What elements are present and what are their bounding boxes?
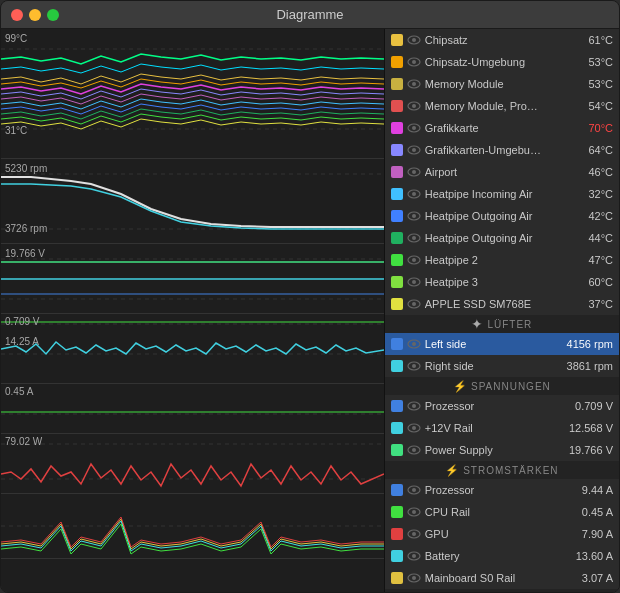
sensor-value-label: 19.766 V xyxy=(569,444,613,456)
visibility-toggle-icon[interactable] xyxy=(407,529,421,539)
visibility-toggle-icon[interactable] xyxy=(407,339,421,349)
sensor-row[interactable]: Power Supply19.766 V xyxy=(385,439,619,461)
sensor-name-label: Heatpipe Outgoing Air xyxy=(425,232,585,244)
visibility-toggle-icon[interactable] xyxy=(407,233,421,243)
visibility-toggle-icon[interactable] xyxy=(407,299,421,309)
visibility-toggle-icon[interactable] xyxy=(407,57,421,67)
sensor-row[interactable]: Left side4156 rpm xyxy=(385,333,619,355)
sensor-value-label: 44°C xyxy=(588,232,613,244)
visibility-toggle-icon[interactable] xyxy=(407,277,421,287)
sensor-color-indicator xyxy=(391,550,403,562)
close-button[interactable] xyxy=(11,9,23,21)
temp-label-top: 99°C xyxy=(5,33,27,44)
sensor-value-label: 9.44 A xyxy=(582,484,613,496)
visibility-toggle-icon[interactable] xyxy=(407,361,421,371)
sensor-row[interactable]: Heatpipe Incoming Air32°C xyxy=(385,183,619,205)
sensor-value-label: 60°C xyxy=(588,276,613,288)
voltage-chart-svg xyxy=(1,244,384,314)
sensor-name-label: Prozessor xyxy=(425,484,578,496)
temp-label-mid: 31°C xyxy=(5,125,27,136)
sensor-row[interactable]: APPLE SSD SM768E37°C xyxy=(385,293,619,315)
sensor-row[interactable]: Heatpipe 360°C xyxy=(385,271,619,293)
sensor-value-label: 53°C xyxy=(588,56,613,68)
visibility-toggle-icon[interactable] xyxy=(407,255,421,265)
current-label1: 0.709 V xyxy=(5,316,39,327)
svg-point-39 xyxy=(412,342,416,346)
sensor-color-indicator xyxy=(391,528,403,540)
visibility-toggle-icon[interactable] xyxy=(407,145,421,155)
sensor-row[interactable]: GPU7.90 A xyxy=(385,523,619,545)
visibility-toggle-icon[interactable] xyxy=(407,79,421,89)
visibility-toggle-icon[interactable] xyxy=(407,507,421,517)
sensor-row[interactable]: CPU Rail0.45 A xyxy=(385,501,619,523)
sensor-row[interactable]: Heatpipe Outgoing Air44°C xyxy=(385,227,619,249)
svg-point-43 xyxy=(412,404,416,408)
sensor-value-label: 37°C xyxy=(588,298,613,310)
svg-point-19 xyxy=(412,104,416,108)
sensor-row[interactable]: Chipsatz61°C xyxy=(385,29,619,51)
sensor-row[interactable]: Memory Module53°C xyxy=(385,73,619,95)
fans-header-row: ✦ LÜFTER xyxy=(385,315,619,333)
sensor-color-indicator xyxy=(391,254,403,266)
sensor-name-label: Memory Module xyxy=(425,78,585,90)
minimize-button[interactable] xyxy=(29,9,41,21)
visibility-toggle-icon[interactable] xyxy=(407,401,421,411)
visibility-toggle-icon[interactable] xyxy=(407,551,421,561)
current2-chart-section: 0.45 A xyxy=(1,384,384,434)
visibility-toggle-icon[interactable] xyxy=(407,189,421,199)
visibility-toggle-icon[interactable] xyxy=(407,573,421,583)
voltage-chart-section: 19.766 V xyxy=(1,244,384,314)
visibility-toggle-icon[interactable] xyxy=(407,423,421,433)
sensor-row[interactable]: +12V Rail12.568 V xyxy=(385,417,619,439)
misc-chart-svg xyxy=(1,494,384,559)
sensor-name-label: Heatpipe Incoming Air xyxy=(425,188,585,200)
currents-section-icon: ⚡ xyxy=(445,463,459,477)
sensor-row[interactable]: Prozessor0.709 V xyxy=(385,395,619,417)
sensor-color-indicator xyxy=(391,188,403,200)
sensor-value-label: 42°C xyxy=(588,210,613,222)
sensor-row[interactable]: Mainboard S0 Rail3.07 A xyxy=(385,567,619,589)
charts-panel: 99°C 31°C xyxy=(1,29,385,593)
sensor-name-label: Battery xyxy=(425,550,572,562)
visibility-toggle-icon[interactable] xyxy=(407,167,421,177)
svg-point-35 xyxy=(412,280,416,284)
sensor-color-indicator xyxy=(391,444,403,456)
sensor-row[interactable]: Heatpipe Outgoing Air42°C xyxy=(385,205,619,227)
visibility-toggle-icon[interactable] xyxy=(407,123,421,133)
sensor-row[interactable]: Prozessor9.44 A xyxy=(385,479,619,501)
sensor-value-label: 13.60 A xyxy=(576,550,613,562)
sensor-row[interactable]: Grafikkarte70°C xyxy=(385,117,619,139)
svg-point-21 xyxy=(412,126,416,130)
sensor-row[interactable]: Right side3861 rpm xyxy=(385,355,619,377)
sensor-name-label: Left side xyxy=(425,338,563,350)
fan-chart-svg xyxy=(1,159,384,244)
sensor-color-indicator xyxy=(391,56,403,68)
visibility-toggle-icon[interactable] xyxy=(407,35,421,45)
sensor-color-indicator xyxy=(391,210,403,222)
ampere-chart-svg xyxy=(1,314,384,384)
misc-chart-section xyxy=(1,494,384,559)
sensor-row[interactable]: Grafikkarten-Umgebu…64°C xyxy=(385,139,619,161)
sensor-row[interactable]: Chipsatz-Umgebung53°C xyxy=(385,51,619,73)
svg-point-45 xyxy=(412,426,416,430)
sensor-name-label: Power Supply xyxy=(425,444,565,456)
visibility-toggle-icon[interactable] xyxy=(407,445,421,455)
svg-point-27 xyxy=(412,192,416,196)
maximize-button[interactable] xyxy=(47,9,59,21)
sensor-color-indicator xyxy=(391,100,403,112)
svg-point-29 xyxy=(412,214,416,218)
sensor-color-indicator xyxy=(391,484,403,496)
visibility-toggle-icon[interactable] xyxy=(407,211,421,221)
sensor-name-label: Heatpipe Outgoing Air xyxy=(425,210,585,222)
sensor-color-indicator xyxy=(391,400,403,412)
sensor-row[interactable]: Airport46°C xyxy=(385,161,619,183)
sensor-color-indicator xyxy=(391,298,403,310)
sensor-name-label: APPLE SSD SM768E xyxy=(425,298,585,310)
sensor-value-label: 53°C xyxy=(588,78,613,90)
fan-section-icon: ✦ xyxy=(471,316,483,332)
visibility-toggle-icon[interactable] xyxy=(407,485,421,495)
sensor-row[interactable]: Heatpipe 247°C xyxy=(385,249,619,271)
visibility-toggle-icon[interactable] xyxy=(407,101,421,111)
sensor-row[interactable]: Memory Module, Pro…54°C xyxy=(385,95,619,117)
sensor-row[interactable]: Battery13.60 A xyxy=(385,545,619,567)
